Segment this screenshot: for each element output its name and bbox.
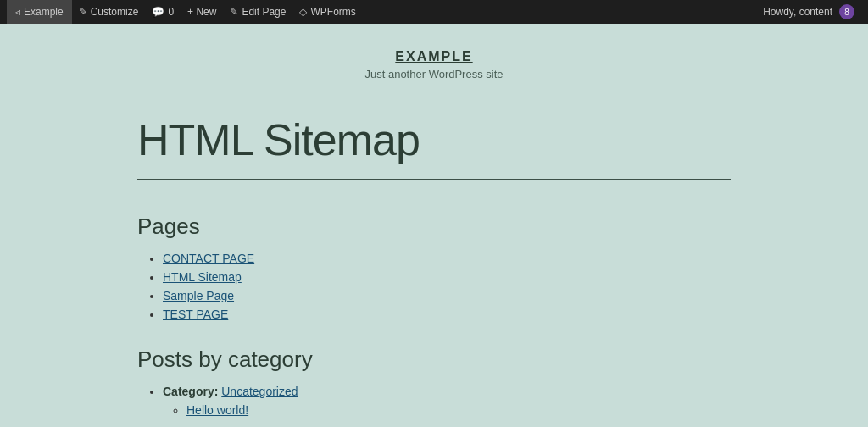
- posts-section-title: Posts by category: [137, 347, 731, 373]
- admin-bar-site-label: Example: [24, 6, 64, 18]
- customize-icon: ✎: [79, 6, 87, 18]
- site-tagline: Just another WordPress site: [17, 68, 851, 80]
- category-link[interactable]: Uncategorized: [221, 385, 298, 398]
- title-divider: [137, 179, 731, 180]
- categories-list: Category: Uncategorized Hello world!: [137, 385, 731, 417]
- test-page-link[interactable]: TEST PAGE: [163, 308, 228, 321]
- admin-bar-comments[interactable]: 💬 0: [145, 0, 181, 24]
- pages-section-title: Pages: [137, 214, 731, 240]
- list-item: CONTACT PAGE: [163, 252, 731, 265]
- category-label: Category: Uncategorized: [163, 385, 298, 398]
- wp-logo[interactable]: ◃ Example: [7, 0, 72, 24]
- sample-page-link[interactable]: Sample Page: [163, 289, 234, 302]
- hello-world-link[interactable]: Hello world!: [186, 403, 248, 417]
- admin-bar-customize[interactable]: ✎ Customize: [72, 0, 146, 24]
- edit-icon: ✎: [230, 6, 238, 18]
- comment-count: 0: [168, 6, 174, 18]
- site-header: EXAMPLE Just another WordPress site: [0, 24, 868, 97]
- admin-bar-wpforms[interactable]: ◇ WPForms: [292, 0, 362, 24]
- list-item: TEST PAGE: [163, 308, 731, 321]
- list-item: Sample Page: [163, 289, 731, 302]
- category-prefix: Category:: [163, 385, 218, 398]
- site-title[interactable]: EXAMPLE: [17, 49, 851, 64]
- howdy-label: Howdy, content: [763, 6, 832, 18]
- wp-icon: ◃: [15, 6, 20, 18]
- html-sitemap-link[interactable]: HTML Sitemap: [163, 270, 242, 284]
- admin-bar-new[interactable]: + New: [181, 0, 223, 24]
- sitemap-content: Pages CONTACT PAGE HTML Sitemap Sample P…: [137, 214, 731, 417]
- list-item: Hello world!: [186, 403, 731, 417]
- new-label: + New: [187, 6, 216, 18]
- contact-page-link[interactable]: CONTACT PAGE: [163, 252, 254, 265]
- wpforms-icon: ◇: [299, 6, 307, 18]
- main-content: HTML Sitemap Pages CONTACT PAGE HTML Sit…: [53, 114, 815, 417]
- comment-icon: 💬: [152, 6, 164, 18]
- category-item: Category: Uncategorized Hello world!: [163, 385, 731, 417]
- admin-bar-right: Howdy, content 8: [756, 4, 861, 19]
- customize-label: Customize: [91, 6, 139, 18]
- page-title: HTML Sitemap: [137, 114, 731, 165]
- admin-bar: ◃ Example ✎ Customize 💬 0 + New ✎ Edit P…: [0, 0, 868, 24]
- posts-list: Hello world!: [163, 403, 731, 417]
- pages-list: CONTACT PAGE HTML Sitemap Sample Page TE…: [137, 252, 731, 321]
- edit-page-label: Edit Page: [242, 6, 286, 18]
- user-avatar-badge: 8: [839, 4, 854, 19]
- list-item: HTML Sitemap: [163, 270, 731, 284]
- admin-bar-edit-page[interactable]: ✎ Edit Page: [223, 0, 292, 24]
- wpforms-label: WPForms: [310, 6, 355, 18]
- howdy-text[interactable]: Howdy, content 8: [756, 4, 861, 19]
